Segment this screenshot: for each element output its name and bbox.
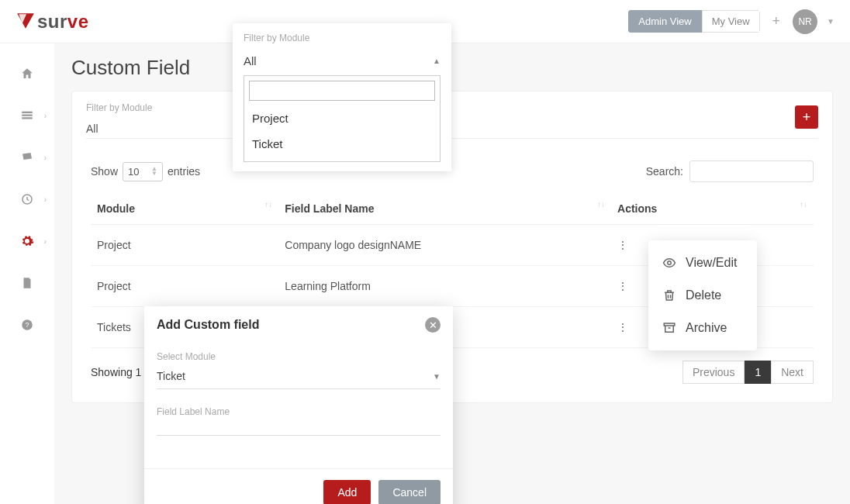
popover-options-box: Project Ticket [244, 75, 441, 162]
pagination: Previous 1 Next [682, 361, 814, 384]
logo[interactable]: surve [16, 11, 89, 33]
sidebar-home[interactable] [0, 53, 54, 95]
svg-rect-2 [22, 112, 33, 113]
view-toggle: Admin View My View [628, 10, 759, 33]
svg-point-8 [668, 261, 672, 265]
entries-control: Show 10 ▲▼ entries [91, 162, 200, 181]
sidebar: › › › › ? [0, 43, 54, 504]
sidebar-help[interactable]: ? [0, 304, 54, 346]
trash-icon [662, 288, 676, 302]
ctx-archive[interactable]: Archive [648, 312, 757, 344]
row-actions-icon[interactable]: ⋮ [617, 321, 628, 333]
chevron-right-icon: › [44, 154, 47, 162]
next-button[interactable]: Next [771, 361, 814, 384]
logo-mark-icon [16, 12, 36, 32]
search-label: Search: [646, 165, 683, 178]
add-custom-field-modal: Add Custom field ✕ Select Module Ticket … [144, 306, 453, 504]
popover-selected[interactable]: All ▲ [244, 50, 441, 75]
chevron-right-icon: › [44, 237, 47, 246]
filter-popover: Filter by Module All ▲ Project Ticket [233, 23, 451, 171]
sidebar-settings[interactable]: › [0, 220, 54, 262]
sidebar-stack[interactable]: › [0, 95, 54, 136]
topbar-add-icon[interactable]: + [768, 13, 786, 29]
col-module[interactable]: Module↑↓ [91, 193, 278, 225]
filter-value[interactable]: All [86, 119, 818, 139]
svg-rect-9 [664, 323, 675, 326]
cancel-button[interactable]: Cancel [378, 480, 441, 504]
row-context-menu: View/Edit Delete Archive [648, 240, 757, 350]
popover-search-input[interactable] [249, 81, 435, 101]
cell-label: Learning Platform [278, 266, 611, 307]
avatar[interactable]: NR [793, 9, 817, 34]
modal-close-icon[interactable]: ✕ [425, 317, 441, 333]
popover-filter-label: Filter by Module [244, 33, 441, 43]
svg-rect-3 [22, 115, 33, 116]
show-label: Show [91, 165, 118, 178]
cell-module: Project [91, 266, 278, 307]
add-button[interactable]: Add [323, 480, 371, 504]
eye-icon [662, 256, 676, 270]
page-1-button[interactable]: 1 [745, 361, 771, 384]
field-label-name-label: Field Label Name [157, 406, 441, 417]
filter-option-ticket[interactable]: Ticket [249, 131, 435, 157]
col-field-label[interactable]: Field Label Name↑↓ [278, 193, 611, 225]
my-view-button[interactable]: My View [702, 10, 760, 33]
avatar-caret-icon[interactable]: ▼ [827, 17, 834, 26]
entries-select[interactable]: 10 ▲▼ [123, 162, 163, 181]
chevron-right-icon: › [44, 112, 47, 120]
archive-icon [662, 321, 676, 335]
ctx-view-edit[interactable]: View/Edit [648, 247, 757, 279]
filter-label: Filter by Module [86, 102, 818, 113]
select-module-label: Select Module [157, 351, 441, 362]
sidebar-document[interactable] [0, 262, 54, 304]
prev-button[interactable]: Previous [682, 361, 745, 384]
stepper-icon: ▲▼ [151, 167, 157, 176]
filter-option-project[interactable]: Project [249, 105, 435, 131]
sidebar-clock[interactable]: › [0, 178, 54, 220]
col-actions[interactable]: Actions↑↓ [611, 193, 814, 225]
search-input[interactable] [689, 161, 814, 182]
admin-view-button[interactable]: Admin View [628, 10, 701, 33]
svg-rect-4 [22, 117, 33, 119]
page-title: Custom Field [71, 56, 833, 80]
cell-label: Company logo designNAME [278, 225, 611, 266]
row-actions-icon[interactable]: ⋮ [617, 280, 628, 292]
add-custom-field-button[interactable]: + [795, 105, 818, 129]
modal-title: Add Custom field [157, 318, 259, 332]
svg-text:?: ? [25, 321, 29, 329]
cell-module: Project [91, 225, 278, 266]
sidebar-ticket[interactable]: › [0, 136, 54, 178]
logo-text: surve [37, 11, 89, 33]
select-module-field[interactable]: Ticket ▼ [157, 367, 441, 389]
caret-up-icon: ▲ [433, 57, 441, 65]
entries-label: entries [168, 165, 200, 178]
chevron-right-icon: › [44, 195, 47, 204]
field-label-name-input[interactable] [157, 422, 441, 436]
caret-down-icon: ▼ [433, 372, 441, 381]
row-actions-icon[interactable]: ⋮ [617, 239, 628, 251]
ctx-delete[interactable]: Delete [648, 279, 757, 312]
